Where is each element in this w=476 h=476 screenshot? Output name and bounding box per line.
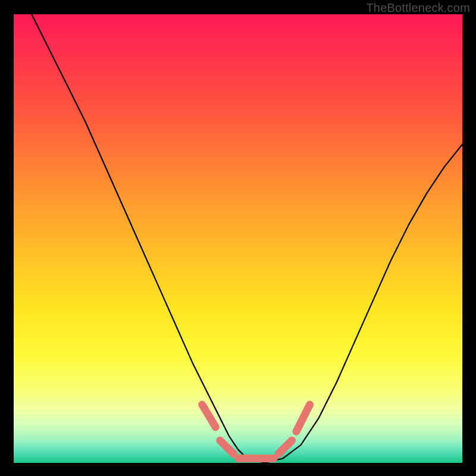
dash-left-1 [202, 405, 216, 427]
plot-area [14, 14, 462, 463]
dash-right-2 [296, 405, 310, 431]
bottleneck-curve [32, 14, 462, 463]
watermark-text: TheBottleneck.com [366, 1, 470, 15]
dash-left-2 [220, 440, 234, 454]
chart-frame: TheBottleneck.com [0, 0, 476, 476]
dash-right-1 [278, 440, 292, 454]
curve-svg [14, 14, 462, 463]
